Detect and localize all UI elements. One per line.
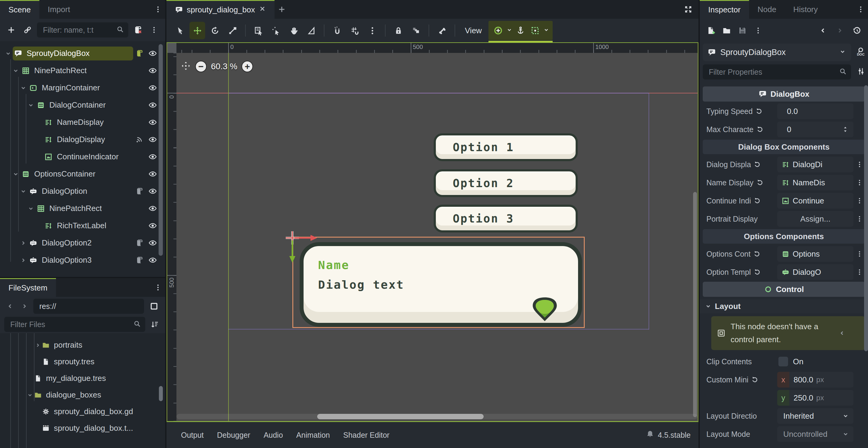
visibility-toggle[interactable]: [145, 66, 160, 75]
scene-tree-row[interactable]: SproutyDialogBox: [0, 45, 165, 62]
filesystem-row[interactable]: sprouty.tres: [0, 353, 165, 370]
group-header[interactable]: Dialog Box Components: [703, 140, 865, 154]
resource-menu-button[interactable]: [751, 23, 765, 38]
scene-tree-row[interactable]: DialogOption: [0, 182, 165, 200]
scale-tool-button[interactable]: [224, 22, 240, 39]
bottom-tab-animation[interactable]: Animation: [290, 431, 337, 440]
visibility-toggle[interactable]: [145, 49, 160, 58]
history-back-button[interactable]: [816, 23, 830, 38]
chevron-down-icon[interactable]: [11, 171, 20, 178]
scene-tree-row[interactable]: NinePatchRect: [0, 200, 165, 217]
zoom-level[interactable]: 60.3 %: [211, 62, 237, 71]
y-value-field[interactable]: 250.0px: [789, 390, 854, 406]
visibility-toggle[interactable]: [145, 204, 160, 213]
revert-icon[interactable]: [755, 107, 763, 115]
chevron-down-icon[interactable]: [19, 84, 28, 92]
fs-split-view-button[interactable]: [147, 298, 161, 314]
category-header[interactable]: Control: [703, 282, 865, 297]
checkbox[interactable]: [778, 357, 788, 367]
chevron-down-icon[interactable]: [19, 188, 28, 195]
visibility-toggle[interactable]: [145, 135, 160, 144]
view-menu[interactable]: View: [460, 26, 487, 35]
filesystem-menu-button[interactable]: [151, 278, 165, 297]
script-grey-icon[interactable]: [135, 239, 144, 247]
scene-filter-input[interactable]: [37, 22, 128, 37]
inspected-node-selector[interactable]: SproutyDialogBox DOC: [703, 43, 851, 61]
dropdown[interactable]: Uncontrolled: [777, 426, 854, 442]
revert-icon[interactable]: [753, 268, 761, 276]
chevron-down-icon[interactable]: [26, 392, 34, 399]
assign-button[interactable]: Assign...: [777, 211, 854, 227]
notifications-bell-icon[interactable]: [646, 430, 654, 440]
script-grey-icon[interactable]: [135, 187, 144, 195]
menu-dots-tool-button[interactable]: [364, 22, 380, 39]
visibility-toggle[interactable]: [145, 256, 160, 265]
visibility-toggle[interactable]: [145, 152, 160, 161]
scene-tree-row[interactable]: OptionsContainer: [0, 165, 165, 182]
fs-filter-input[interactable]: [4, 317, 145, 332]
select-tool-button[interactable]: [172, 22, 188, 39]
filesystem-row[interactable]: my_dialogue.tres: [0, 370, 165, 387]
filesystem-row[interactable]: portraits: [0, 337, 165, 353]
scene-tree-row[interactable]: DialogOption2: [0, 234, 165, 251]
resource-picker[interactable]: NameDis: [777, 175, 854, 191]
resource-picker[interactable]: DialogDi: [777, 157, 854, 172]
anchor-preset-button[interactable]: [492, 22, 505, 39]
zoom-in-button[interactable]: +: [242, 61, 253, 72]
resource-picker[interactable]: Continue: [777, 193, 854, 209]
dialog-option-button[interactable]: Option 2: [434, 169, 578, 197]
edit-history-button[interactable]: [850, 23, 864, 38]
chevron-down-icon[interactable]: [4, 50, 13, 57]
canvas-hscroll-thumb[interactable]: [317, 414, 484, 419]
scene-tree-row[interactable]: ContinueIndicator: [0, 148, 165, 165]
number-field[interactable]: 0.0: [777, 103, 854, 119]
scene-panel-menu-button[interactable]: [151, 0, 165, 19]
scene-tree-row[interactable]: NameDisplay: [0, 114, 165, 131]
dropdown[interactable]: Inherited: [777, 408, 854, 424]
group-header[interactable]: Options Components: [703, 229, 865, 244]
dialog-option-button[interactable]: Option 1: [434, 133, 578, 161]
scene-tree-row[interactable]: DialogContainer: [0, 96, 165, 114]
detach-script-button[interactable]: [131, 22, 145, 38]
rotate-tool-button[interactable]: [207, 22, 223, 39]
category-header[interactable]: DialogBox: [703, 87, 865, 102]
x-value-field[interactable]: 800.0px: [789, 372, 854, 387]
filesystem-row[interactable]: sprouty_dialog_box.gd: [0, 403, 165, 420]
move-tool-button[interactable]: [189, 22, 205, 39]
script-olive-icon[interactable]: [135, 49, 144, 58]
property-menu-button[interactable]: [854, 250, 866, 257]
lock-tool-button[interactable]: [391, 22, 406, 39]
revert-icon[interactable]: [753, 197, 761, 205]
chevron-left-icon[interactable]: [838, 330, 846, 337]
property-menu-button[interactable]: [854, 161, 866, 168]
history-forward-button[interactable]: [833, 23, 847, 38]
revert-icon[interactable]: [753, 250, 761, 258]
revert-icon[interactable]: [756, 179, 764, 186]
fs-back-button[interactable]: [4, 298, 16, 314]
new-resource-button[interactable]: [704, 23, 718, 38]
bottom-tab-shader-editor[interactable]: Shader Editor: [337, 431, 396, 440]
spin-icon[interactable]: [841, 126, 849, 133]
scene-tree-scrollbar[interactable]: [159, 44, 163, 256]
load-resource-button[interactable]: [720, 23, 734, 38]
list-select-tool-button[interactable]: [251, 22, 266, 39]
resource-picker[interactable]: DialogO: [777, 264, 854, 280]
chevron-down-icon[interactable]: [26, 205, 35, 212]
visibility-toggle[interactable]: [145, 118, 160, 127]
fs-path-input[interactable]: [33, 299, 144, 314]
filesystem-row[interactable]: sprouty_dialog_box.t...: [0, 420, 165, 437]
save-resource-button[interactable]: [736, 23, 749, 38]
chevron-right-icon[interactable]: [19, 239, 28, 247]
zoom-out-button[interactable]: −: [195, 61, 207, 72]
bottom-tab-output[interactable]: Output: [174, 431, 210, 440]
scene-tree-menu-button[interactable]: [147, 22, 161, 38]
script-grey-icon[interactable]: [135, 256, 144, 264]
expand-viewport-icon[interactable]: [681, 0, 695, 19]
visibility-toggle[interactable]: [145, 221, 160, 230]
snap-cursor-tool-button[interactable]: [268, 22, 284, 39]
bone-tool-button[interactable]: [434, 22, 450, 39]
container-sizing-chevron[interactable]: [543, 27, 550, 34]
revert-icon[interactable]: [756, 126, 764, 133]
pan-tool-button[interactable]: [286, 22, 302, 39]
property-menu-button[interactable]: [854, 215, 866, 222]
